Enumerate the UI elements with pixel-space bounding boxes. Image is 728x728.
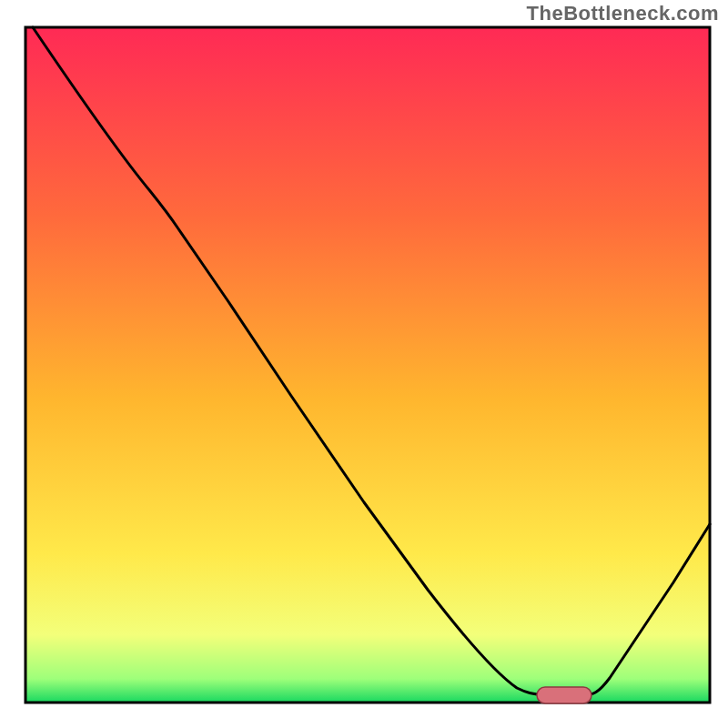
- chart-container: TheBottleneck.com: [0, 0, 728, 728]
- optimum-marker: [537, 687, 592, 703]
- bottleneck-chart: [0, 0, 728, 728]
- plot-background: [25, 27, 710, 703]
- watermark-text: TheBottleneck.com: [527, 2, 719, 25]
